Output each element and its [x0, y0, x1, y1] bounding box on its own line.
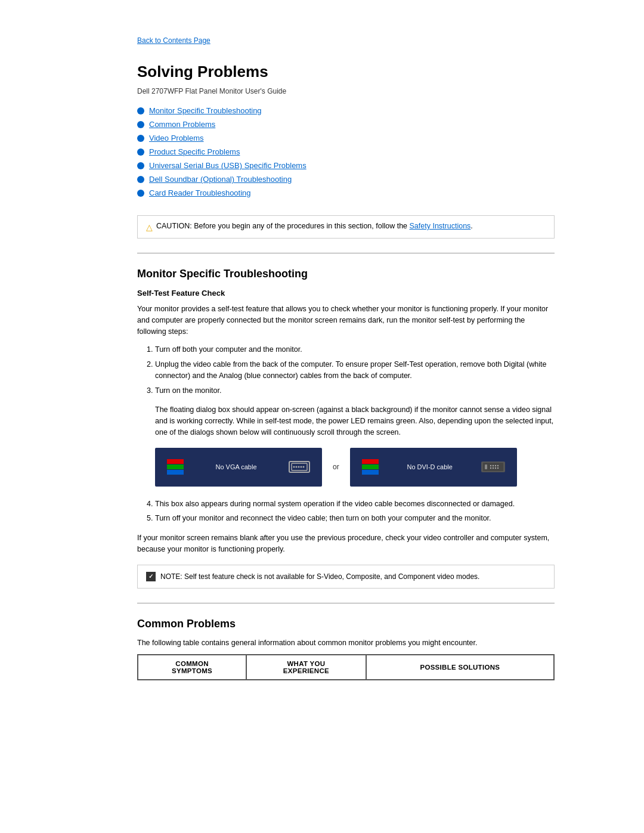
toc-link-1[interactable]: Common Problems	[149, 120, 215, 129]
toc-item-2: Video Problems	[137, 134, 555, 143]
monitor-section-title: Monitor Specific Troubleshooting	[137, 268, 555, 280]
col-symptoms: COMMONSYMPTOMS	[138, 655, 246, 680]
step-3: Turn on the monitor.	[155, 385, 555, 397]
step-2: Unplug the video cable from the back of …	[155, 359, 555, 382]
svg-point-10	[494, 465, 496, 466]
toc-item-4: Universal Serial Bus (USB) Specific Prob…	[137, 161, 555, 170]
floating-dialog-text: The floating dialog box should appear on…	[155, 404, 555, 438]
col-experience: WHAT YOUEXPERIENCE	[246, 655, 366, 680]
logo-bar-red-1	[167, 459, 184, 464]
table-header-row: COMMONSYMPTOMS WHAT YOUEXPERIENCE POSSIB…	[138, 655, 554, 680]
caution-text: CAUTION: Before you begin any of the pro…	[156, 222, 473, 230]
page-title: Solving Problems	[137, 63, 555, 81]
logo-bar-blue-1	[167, 470, 184, 475]
dell-logo-2	[362, 459, 379, 475]
logo-bar-red-2	[362, 459, 379, 464]
toc-link-5[interactable]: Dell Soundbar (Optional) Troubleshooting	[149, 175, 292, 184]
logo-bar-blue-2	[362, 470, 379, 475]
safety-instructions-link[interactable]: Safety Instructions	[410, 222, 471, 230]
svg-point-8	[490, 465, 491, 466]
bullet-icon-4	[137, 162, 144, 169]
note-box: ✓ NOTE: Self test feature check is not a…	[137, 565, 555, 589]
common-problems-section: Common Problems The following table cont…	[137, 618, 555, 680]
page-container: Back to Contents Page Solving Problems D…	[66, 0, 578, 704]
bullet-icon-3	[137, 148, 144, 156]
toc-list: Monitor Specific Troubleshooting Common …	[137, 106, 555, 197]
intro-text: Your monitor provides a self-test featur…	[137, 304, 555, 337]
toc-item-6: Card Reader Troubleshooting	[137, 188, 555, 197]
note-icon: ✓	[146, 572, 156, 581]
divider-1	[137, 253, 555, 253]
bullet-icon-1	[137, 121, 144, 128]
svg-point-14	[494, 467, 496, 469]
svg-point-4	[301, 466, 302, 468]
closing-text: If your monitor screen remains blank aft…	[137, 532, 555, 555]
caution-icon: △	[146, 222, 153, 232]
dvi-connector	[481, 462, 505, 472]
bullet-icon-2	[137, 135, 144, 142]
back-to-contents-link[interactable]: Back to Contents Page	[137, 36, 210, 45]
common-problems-title: Common Problems	[137, 618, 555, 630]
svg-point-5	[303, 466, 305, 468]
steps-cont-list: This box also appears during normal syst…	[155, 498, 555, 525]
step-1: Turn off both your computer and the moni…	[155, 344, 555, 355]
note-text: NOTE: Self test feature check is not ava…	[160, 571, 479, 582]
caution-box: △ CAUTION: Before you begin any of the p…	[137, 215, 555, 239]
logo-bar-green-2	[362, 465, 379, 469]
svg-point-2	[296, 466, 298, 468]
svg-rect-7	[485, 465, 487, 469]
toc-item-5: Dell Soundbar (Optional) Troubleshooting	[137, 175, 555, 184]
toc-link-3[interactable]: Product Specific Problems	[149, 147, 240, 156]
common-problems-desc: The following table contains general inf…	[137, 639, 555, 647]
svg-point-13	[492, 467, 493, 469]
col-solutions: POSSIBLE SOLUTIONS	[366, 655, 554, 680]
svg-point-11	[497, 465, 498, 466]
step-4: This box also appears during normal syst…	[155, 498, 555, 510]
self-test-subtitle: Self-Test Feature Check	[137, 289, 555, 298]
dell-logo-1	[167, 459, 184, 475]
problems-table: COMMONSYMPTOMS WHAT YOUEXPERIENCE POSSIB…	[137, 654, 555, 680]
steps-list: Turn off both your computer and the moni…	[155, 344, 555, 396]
toc-item-0: Monitor Specific Troubleshooting	[137, 106, 555, 115]
monitor-section: Monitor Specific Troubleshooting Self-Te…	[137, 268, 555, 589]
svg-point-9	[492, 465, 493, 466]
monitor-images: No VGA cable or	[155, 448, 555, 487]
dvi-screen: No DVI-D cable	[350, 448, 517, 487]
svg-point-1	[293, 466, 295, 468]
vga-label: No VGA cable	[184, 463, 289, 470]
bullet-icon-5	[137, 176, 144, 183]
svg-point-3	[298, 466, 300, 468]
toc-item-1: Common Problems	[137, 120, 555, 129]
toc-link-4[interactable]: Universal Serial Bus (USB) Specific Prob…	[149, 161, 306, 170]
bullet-icon-6	[137, 190, 144, 197]
or-label: or	[328, 463, 344, 471]
toc-link-0[interactable]: Monitor Specific Troubleshooting	[149, 106, 262, 115]
vga-screen: No VGA cable	[155, 448, 322, 487]
page-subtitle: Dell 2707WFP Flat Panel Monitor User's G…	[137, 87, 555, 95]
step-5: Turn off your monitor and reconnect the …	[155, 513, 555, 524]
toc-item-3: Product Specific Problems	[137, 147, 555, 156]
vga-connector	[289, 461, 310, 473]
bullet-icon-0	[137, 107, 144, 114]
toc-link-6[interactable]: Card Reader Troubleshooting	[149, 188, 251, 197]
dvi-label: No DVI-D cable	[379, 463, 481, 470]
svg-point-12	[490, 467, 491, 469]
divider-2	[137, 603, 555, 603]
svg-point-15	[497, 467, 498, 469]
toc-link-2[interactable]: Video Problems	[149, 134, 204, 143]
logo-bar-green-1	[167, 465, 184, 469]
